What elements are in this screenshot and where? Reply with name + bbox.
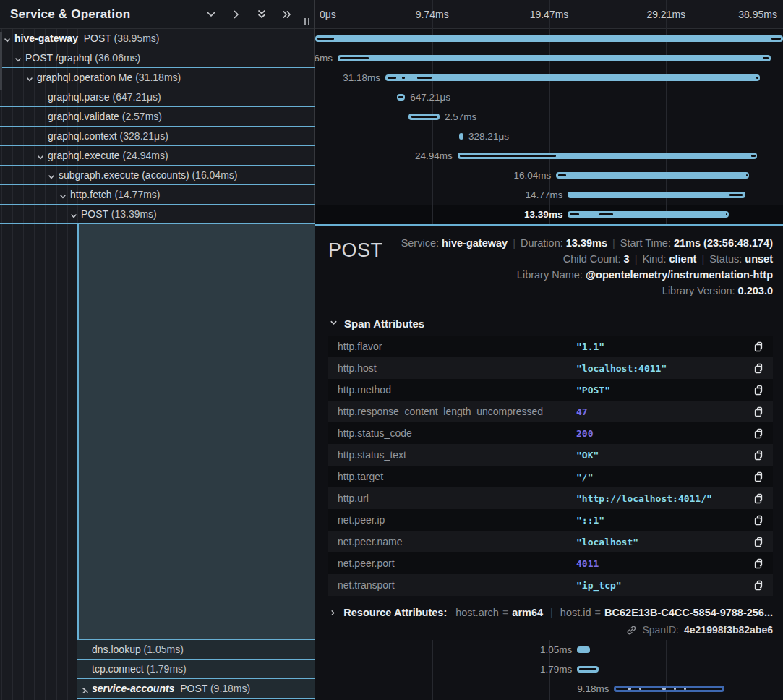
child-span-marker [763, 57, 769, 59]
span-tree-row[interactable]: subgraph.execute (accounts) (16.04ms) [0, 166, 315, 185]
timeline-row: 13.39ms [315, 205, 783, 224]
child-span-marker [756, 77, 758, 79]
attribute-key: net.peer.port [338, 558, 576, 569]
operation-name: POST [180, 683, 207, 694]
attribute-row: net.peer.ip"::1" [328, 509, 773, 531]
attribute-value: 47 [576, 406, 751, 417]
span-tree-top: hive-gateway POST (38.95ms)POST /graphql… [0, 29, 315, 224]
span-bar[interactable] [556, 172, 749, 179]
expand-one-icon[interactable] [230, 8, 243, 21]
collapse-all-icon[interactable] [255, 8, 268, 21]
tree-scrollbar[interactable] [0, 32, 2, 90]
resource-key: host.arch [455, 607, 499, 618]
span-duration-label: 13.39ms [524, 205, 568, 224]
collapse-one-icon[interactable] [205, 8, 218, 21]
span-duration: (16.04ms) [189, 169, 238, 181]
operation-name: graphql.context [48, 130, 117, 142]
span-bar[interactable] [338, 55, 771, 61]
link-icon[interactable] [626, 625, 637, 636]
child-span-marker [751, 155, 756, 157]
copy-icon[interactable] [751, 361, 766, 375]
span-duration: (24.94ms) [120, 150, 168, 161]
operation-name: graphql.execute [48, 150, 120, 161]
attribute-key: http.flavor [338, 341, 576, 352]
span-bar[interactable] [568, 211, 729, 218]
copy-icon[interactable] [751, 513, 766, 527]
span-tree-row[interactable]: graphql.execute (24.94ms) [0, 146, 315, 166]
chevron-down-icon[interactable] [14, 54, 22, 66]
child-span-marker [402, 77, 405, 79]
attribute-value: "ip_tcp" [576, 580, 751, 591]
attribute-key: http.host [338, 362, 576, 374]
span-tree-row[interactable]: graphql.operation Me (31.18ms) [0, 68, 315, 88]
child-span-marker [417, 77, 432, 79]
meta-divider: | [513, 237, 515, 249]
copy-icon[interactable] [751, 383, 766, 397]
span-tree-row[interactable]: tcp.connect (1.79ms) [77, 660, 315, 679]
span-bar[interactable] [568, 192, 745, 198]
span-bar[interactable] [315, 35, 783, 42]
copy-icon[interactable] [751, 534, 766, 549]
operation-name: graphql.parse [48, 91, 110, 103]
attribute-key: http.status_text [338, 449, 576, 461]
span-tree-row[interactable]: graphql.validate (2.57ms) [0, 107, 315, 127]
trace-viewer: Service & Operation hive-gateway POST (3… [0, 0, 783, 700]
span-bar[interactable] [577, 646, 589, 653]
copy-icon[interactable] [751, 469, 766, 484]
attribute-row: net.peer.port4011 [328, 552, 773, 574]
copy-icon[interactable] [751, 448, 766, 462]
span-bar[interactable] [385, 74, 760, 81]
copy-icon[interactable] [751, 491, 766, 505]
span-tree-row[interactable]: graphql.context (328.21μs) [0, 127, 315, 146]
timeline-row: 16.04ms [315, 166, 783, 185]
span-tree-row[interactable]: graphql.parse (647.21μs) [0, 88, 315, 107]
attribute-value: "OK" [576, 450, 751, 461]
child-span-marker [616, 688, 722, 690]
service-name: service-accounts [92, 683, 174, 694]
resource-attributes-row[interactable]: Resource Attributes: host.arch=arm64|hos… [330, 607, 773, 618]
span-duration: (9.18ms) [207, 683, 250, 694]
timeline-rows-bottom: 1.05ms1.79ms9.18ms [315, 640, 783, 699]
service-name: hive-gateway [14, 33, 78, 44]
ruler-tick: 9.74ms [416, 0, 449, 29]
chevron-down-icon[interactable] [70, 210, 77, 222]
span-attributes-title: Span Attributes [344, 317, 424, 330]
copy-icon[interactable] [751, 578, 766, 592]
child-span-marker [388, 77, 396, 79]
span-tree-row[interactable]: http.fetch (14.77ms) [0, 185, 315, 205]
attribute-key: http.method [338, 384, 576, 396]
span-tree-row[interactable]: POST (13.39ms) [0, 205, 315, 224]
attribute-value: "http://localhost:4011/" [576, 493, 751, 504]
meta-value: hive-gateway [442, 237, 508, 249]
chevron-right-icon [330, 609, 336, 617]
copy-icon[interactable] [751, 404, 766, 419]
tree-header-title: Service & Operation [10, 7, 205, 22]
chevron-down-icon[interactable] [4, 35, 11, 46]
attribute-key: net.transport [338, 579, 576, 591]
ruler-tick: 38.95ms [738, 0, 777, 29]
chevron-down-icon[interactable] [26, 74, 33, 85]
chevron-down-icon[interactable] [59, 191, 67, 202]
attribute-row: http.target"/" [328, 466, 773, 487]
copy-icon[interactable] [751, 339, 766, 354]
attribute-row: http.url"http://localhost:4011/" [328, 487, 773, 509]
span-tree-row[interactable]: dns.lookup (1.05ms) [77, 640, 315, 660]
meta-label: Start Time: [620, 237, 674, 249]
span-attributes-toggle[interactable]: Span Attributes [330, 317, 773, 330]
span-tree-row[interactable]: POST /graphql (36.06ms) [0, 48, 315, 68]
timeline-row: 9.18ms [315, 679, 783, 699]
chevron-down-icon[interactable] [37, 152, 44, 163]
chevron-down-icon[interactable] [48, 171, 55, 183]
child-span-marker [340, 57, 369, 59]
chevron-down-icon [330, 317, 338, 330]
expand-all-icon[interactable] [281, 8, 294, 21]
chevron-right-icon[interactable] [81, 685, 88, 696]
operation-name: dns.lookup [92, 644, 141, 655]
span-tree-row[interactable]: service-accounts POST (9.18ms) [77, 679, 315, 699]
span-tree-row[interactable]: hive-gateway POST (38.95ms) [0, 29, 315, 48]
child-span-marker [746, 174, 748, 176]
copy-icon[interactable] [751, 426, 766, 440]
column-resize-handle[interactable] [304, 18, 309, 25]
span-tree-bottom: dns.lookup (1.05ms)tcp.connect (1.79ms)s… [77, 640, 315, 699]
copy-icon[interactable] [751, 556, 766, 571]
